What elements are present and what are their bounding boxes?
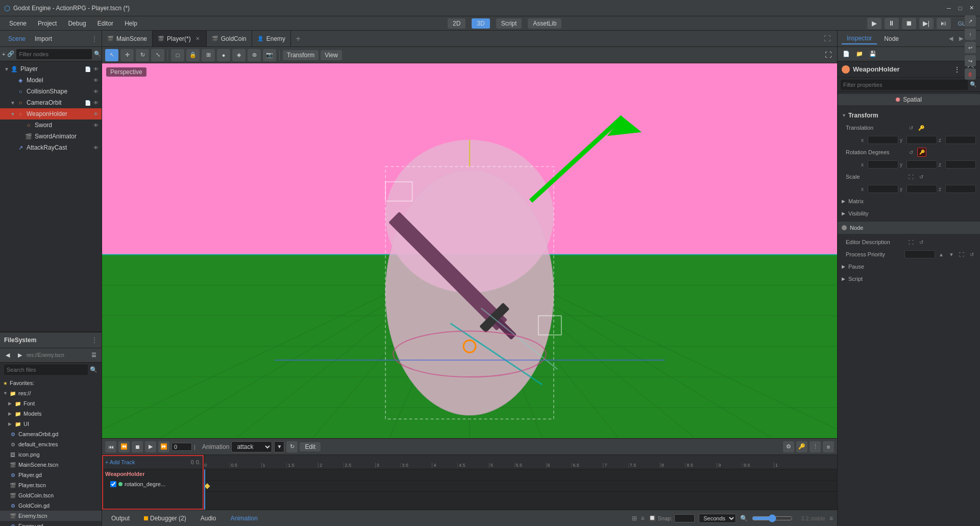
- fs-item-icon[interactable]: 🖼 icon.png: [0, 449, 102, 460]
- anim-dropdown-button[interactable]: ▼: [274, 441, 284, 452]
- add-node-button[interactable]: +: [2, 49, 5, 60]
- process-priority-reset-button[interactable]: ↺: [968, 250, 976, 258]
- anim-skip-start-button[interactable]: ⏮: [105, 441, 116, 452]
- pause-button[interactable]: ⏸: [885, 18, 899, 29]
- bottom-tab-animation[interactable]: Animation: [225, 514, 262, 523]
- zoom-slider[interactable]: [752, 514, 793, 522]
- filter-nodes-input[interactable]: [16, 49, 92, 59]
- scale-y-input[interactable]: 1: [906, 185, 937, 193]
- seconds-select[interactable]: Seconds: [699, 514, 736, 523]
- node-options-button[interactable]: ⋮: [951, 64, 963, 75]
- tab-inspector[interactable]: Inspector: [842, 33, 877, 44]
- transform-button[interactable]: Transform: [283, 50, 318, 60]
- pause-section[interactable]: ▶ Pause: [838, 260, 980, 273]
- inspector-back-button[interactable]: ◀: [946, 34, 955, 43]
- visibility-icon-player[interactable]: 👁: [92, 65, 100, 73]
- process-priority-expand-button[interactable]: ⛶: [958, 250, 966, 258]
- tree-item-camera[interactable]: ▼ ○ CameraOrbit 📄 👁: [0, 97, 102, 108]
- fs-item-playergd[interactable]: ⚙ Player.gd: [0, 470, 102, 480]
- fs-item-goldcoin[interactable]: 🎬 GoldCoin.tscn: [0, 490, 102, 500]
- bottom-settings-icon[interactable]: ≡: [829, 515, 833, 522]
- visibility-section[interactable]: ▶ Visibility: [838, 207, 980, 220]
- playhead[interactable]: [204, 469, 205, 510]
- object-button[interactable]: ◈: [232, 49, 246, 61]
- editor-desc-reset-button[interactable]: ↺: [917, 238, 925, 246]
- fs-item-res[interactable]: ▼ 📁 res://: [0, 388, 102, 398]
- play-custom-button[interactable]: ⏯: [937, 18, 951, 29]
- tab-node[interactable]: Node: [879, 34, 904, 44]
- fs-item-models[interactable]: ▶ 📁 Models: [0, 409, 102, 419]
- lock-button[interactable]: 🔒: [186, 49, 200, 61]
- expand-viewport-button[interactable]: ⛶: [821, 33, 833, 45]
- inspector-file-button[interactable]: 📄: [841, 49, 852, 60]
- tree-item-weapon-holder[interactable]: ▼ ○ WeaponHolder 👁: [0, 108, 102, 119]
- bottom-tab-audio[interactable]: Audio: [195, 514, 222, 523]
- menu-debug[interactable]: Debug: [63, 18, 91, 29]
- 3d-button[interactable]: 3D: [472, 18, 489, 29]
- snap-button[interactable]: ●: [217, 49, 230, 61]
- fs-search-input[interactable]: [4, 365, 88, 375]
- play-scene-button[interactable]: ▶|: [919, 18, 934, 29]
- fs-options-icon[interactable]: ⋮: [91, 337, 97, 344]
- tree-item-raycast[interactable]: ↗ AttackRayCast 👁: [0, 142, 102, 153]
- anim-options-button[interactable]: ≡: [823, 441, 834, 452]
- scale-reset-button[interactable]: ↺: [917, 173, 925, 181]
- panel-options-icon[interactable]: ⋮: [91, 35, 97, 42]
- minimize-button[interactable]: ─: [944, 4, 953, 13]
- move-tool-button[interactable]: ✛: [120, 49, 134, 61]
- camera-button[interactable]: 📷: [263, 49, 276, 61]
- fs-item-enemy[interactable]: 🎬 Enemy.tscn: [0, 511, 102, 521]
- add-tab-button[interactable]: +: [291, 31, 305, 46]
- rotation-y-input[interactable]: 0: [906, 160, 937, 169]
- snap-value-input[interactable]: 0.1: [674, 514, 695, 522]
- local-space-button[interactable]: □: [171, 49, 184, 61]
- play-button[interactable]: ▶: [867, 18, 881, 29]
- anim-edit-button[interactable]: Edit: [300, 442, 321, 451]
- rotation-x-input[interactable]: 0: [868, 160, 898, 169]
- rotate-tool-button[interactable]: ↻: [136, 49, 149, 61]
- fs-item-enemygd[interactable]: ⚙ Enemy.gd: [0, 521, 102, 526]
- search-nodes-button[interactable]: 🔍: [94, 49, 101, 60]
- track-checkbox-rotation[interactable]: [110, 481, 116, 487]
- visibility-icon-model[interactable]: 👁: [92, 77, 100, 84]
- anim-time-input[interactable]: [172, 443, 192, 451]
- visibility-icon-camera[interactable]: 👁: [92, 99, 100, 106]
- fs-forward-button[interactable]: ▶: [14, 350, 26, 361]
- bottom-tab-output[interactable]: Output: [106, 514, 135, 523]
- scale-x-input[interactable]: 1: [868, 185, 898, 193]
- anim-play-button[interactable]: ▶: [145, 441, 156, 452]
- scale-tool-button[interactable]: ⤡: [151, 49, 164, 61]
- script-button[interactable]: Script: [496, 18, 522, 29]
- visibility-icon-raycast[interactable]: 👁: [92, 144, 100, 151]
- assetlib-button[interactable]: AssetLib: [528, 18, 561, 29]
- tree-item-sword-anim[interactable]: 🎬 SwordAnimator: [0, 131, 102, 142]
- fs-item-font[interactable]: ▶ 📁 Font: [0, 398, 102, 409]
- process-priority-down-button[interactable]: ▼: [947, 250, 955, 258]
- scale-z-input[interactable]: 1: [945, 185, 976, 193]
- tree-item-model[interactable]: ◈ Model 👁: [0, 75, 102, 86]
- tree-item-sword[interactable]: ○ Sword 👁: [0, 119, 102, 131]
- rotation-key-button[interactable]: 🔑: [917, 148, 926, 157]
- process-priority-input[interactable]: 0: [904, 250, 935, 258]
- 2d-button[interactable]: 2D: [448, 18, 465, 29]
- menu-project[interactable]: Project: [33, 18, 62, 29]
- visibility-icon-sword[interactable]: 👁: [92, 122, 100, 129]
- translation-z-input[interactable]: 0.035: [945, 136, 976, 144]
- animation-name-select[interactable]: attack: [231, 441, 272, 452]
- translation-x-input[interactable]: -0.58: [868, 136, 898, 144]
- select-tool-button[interactable]: ↖: [105, 49, 118, 61]
- menu-help[interactable]: Help: [119, 18, 142, 29]
- matrix-section[interactable]: ▶ Matrix: [838, 195, 980, 207]
- track-item-rotation[interactable]: rotation_degre...: [102, 479, 204, 490]
- transform-section-header[interactable]: ▼ Transform: [838, 109, 980, 122]
- close-player-tab[interactable]: ✕: [194, 35, 201, 42]
- stop-button[interactable]: ⏹: [902, 18, 916, 29]
- translation-reset-button[interactable]: ↺: [907, 124, 915, 132]
- tab-player[interactable]: 🎬 Player(*) ✕: [153, 31, 207, 46]
- editor-desc-expand-button[interactable]: ⛶: [907, 238, 915, 246]
- bottom-tab-debugger[interactable]: Debugger (2): [139, 514, 191, 523]
- keyframe-0[interactable]: [204, 483, 210, 489]
- anim-more-button[interactable]: ⋮: [810, 441, 821, 452]
- rotation-z-input[interactable]: 0: [945, 160, 976, 169]
- visibility-icon-collision[interactable]: 👁: [92, 88, 100, 95]
